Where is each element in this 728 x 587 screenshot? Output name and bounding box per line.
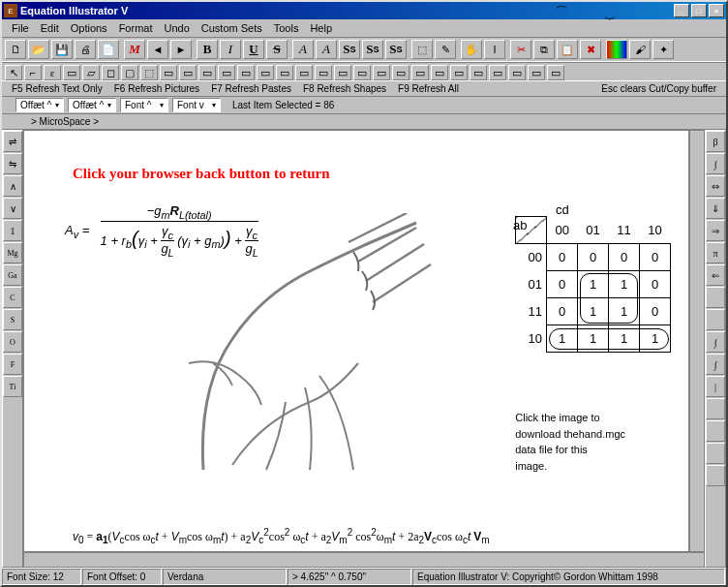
box17-icon[interactable]: ▭ bbox=[373, 65, 390, 80]
pal-ti-icon[interactable]: Ti bbox=[3, 376, 22, 397]
box24-icon[interactable]: ▭ bbox=[508, 65, 526, 80]
paste-icon[interactable]: 📋 bbox=[557, 40, 578, 59]
box8-icon[interactable]: ▭ bbox=[198, 65, 216, 80]
cut-icon[interactable]: ✂ bbox=[510, 40, 531, 59]
close-button[interactable]: × bbox=[709, 4, 724, 17]
horizontal-scrollbar[interactable] bbox=[23, 552, 705, 568]
rpal-blank1-icon[interactable] bbox=[706, 287, 725, 308]
box3-icon[interactable]: ◻ bbox=[102, 65, 119, 80]
box9-icon[interactable]: ▭ bbox=[218, 65, 235, 80]
box7-icon[interactable]: ▭ bbox=[179, 65, 197, 80]
text-cursor-icon[interactable]: I bbox=[484, 40, 505, 59]
rpal-bar-icon[interactable]: | bbox=[706, 376, 725, 397]
rpal-pi-icon[interactable]: π bbox=[706, 242, 725, 263]
box2-icon[interactable]: ▱ bbox=[82, 65, 100, 80]
forward-icon[interactable]: ► bbox=[170, 40, 192, 59]
box22-icon[interactable]: ▭ bbox=[470, 65, 487, 80]
menu-customsets[interactable]: Custom Sets bbox=[196, 21, 268, 35]
box14-icon[interactable]: ▭ bbox=[315, 65, 332, 80]
m-red-icon[interactable]: M bbox=[124, 40, 145, 59]
font-a2-icon[interactable]: A bbox=[316, 40, 337, 59]
rpal-dblarrow-icon[interactable]: ⇔ bbox=[706, 175, 725, 197]
rpal-rightarrow-icon[interactable]: ⇒ bbox=[706, 220, 725, 241]
box20-icon[interactable]: ▭ bbox=[431, 65, 448, 80]
box13-icon[interactable]: ▭ bbox=[295, 65, 313, 80]
minimize-button[interactable]: _ bbox=[674, 4, 689, 17]
pal-mg-icon[interactable]: Mg bbox=[3, 242, 22, 263]
box6-icon[interactable]: ▭ bbox=[160, 65, 177, 80]
canvas[interactable]: Click your browser back button to return… bbox=[23, 130, 689, 552]
double-s-icon[interactable]: SS bbox=[385, 40, 407, 59]
box23-icon[interactable]: ▭ bbox=[489, 65, 506, 80]
box26-icon[interactable]: ▭ bbox=[547, 65, 564, 80]
pal-lharpoon-icon[interactable]: ⇋ bbox=[3, 153, 22, 174]
menu-file[interactable]: File bbox=[6, 21, 35, 35]
delete-icon[interactable]: ✖ bbox=[580, 40, 601, 59]
box18-icon[interactable]: ▭ bbox=[392, 65, 410, 80]
offset-combo-1[interactable]: Offæt ^ bbox=[15, 98, 64, 112]
box21-icon[interactable]: ▭ bbox=[450, 65, 468, 80]
pal-s-icon[interactable]: S bbox=[3, 309, 22, 330]
font-combo-2[interactable]: Font v bbox=[172, 98, 221, 112]
print-icon[interactable]: 🖨 bbox=[75, 40, 96, 59]
l-icon[interactable]: ⌐ bbox=[24, 65, 42, 80]
save-icon[interactable]: 💾 bbox=[51, 40, 73, 59]
preview-icon[interactable]: 📄 bbox=[98, 40, 119, 59]
rpal-blank5-icon[interactable] bbox=[706, 443, 725, 464]
box4-icon[interactable]: ▢ bbox=[121, 65, 138, 80]
pal-ga-icon[interactable]: Ga bbox=[3, 264, 22, 286]
underline-button[interactable]: U bbox=[243, 40, 264, 59]
hand-icon[interactable]: ✋ bbox=[461, 40, 482, 59]
box5-icon[interactable]: ⬚ bbox=[140, 65, 158, 80]
font-combo-1[interactable]: Font ^ bbox=[120, 98, 168, 112]
menu-help[interactable]: Help bbox=[304, 21, 338, 35]
brace-over-icon[interactable]: ⏞ bbox=[557, 4, 566, 21]
rpal-int3-icon[interactable]: ∫ bbox=[706, 354, 725, 375]
pal-o-icon[interactable]: O bbox=[3, 331, 22, 353]
menu-undo[interactable]: Undo bbox=[158, 21, 195, 35]
pal-one-icon[interactable]: 1 bbox=[3, 220, 22, 241]
rpal-blank6-icon[interactable] bbox=[706, 465, 725, 486]
rpal-blank2-icon[interactable] bbox=[706, 309, 725, 330]
pal-c-icon[interactable]: C bbox=[3, 287, 22, 308]
wand-icon[interactable]: ✦ bbox=[652, 40, 674, 59]
maximize-button[interactable]: □ bbox=[691, 4, 707, 17]
vertical-scrollbar[interactable] bbox=[689, 130, 705, 552]
strikethrough-button[interactable]: S bbox=[266, 40, 288, 59]
box10-icon[interactable]: ▭ bbox=[237, 65, 255, 80]
box1-icon[interactable]: ▭ bbox=[63, 65, 80, 80]
box25-icon[interactable]: ▭ bbox=[528, 65, 545, 80]
rpal-integral-icon[interactable]: ∫ bbox=[706, 153, 725, 174]
bold-button[interactable]: B bbox=[197, 40, 218, 59]
arrow-icon[interactable]: ↖ bbox=[5, 65, 22, 80]
rpal-downarrow-icon[interactable]: ⇓ bbox=[706, 198, 725, 219]
super-s-icon[interactable]: SS bbox=[339, 40, 360, 59]
rpal-leftarrow-icon[interactable]: ⇐ bbox=[706, 264, 725, 286]
menu-edit[interactable]: Edit bbox=[35, 21, 65, 35]
box15-icon[interactable]: ▭ bbox=[334, 65, 351, 80]
pal-f-icon[interactable]: F bbox=[3, 354, 22, 375]
rpal-blank4-icon[interactable] bbox=[706, 420, 725, 442]
sub-s-icon[interactable]: SS bbox=[362, 40, 383, 59]
color-bars-icon[interactable] bbox=[606, 40, 627, 59]
font-a1-icon[interactable]: A bbox=[292, 40, 314, 59]
pencil-icon[interactable]: ✎ bbox=[435, 40, 456, 59]
box12-icon[interactable]: ▭ bbox=[276, 65, 293, 80]
box16-icon[interactable]: ▭ bbox=[353, 65, 371, 80]
menu-options[interactable]: Options bbox=[65, 21, 113, 35]
box11-icon[interactable]: ▭ bbox=[257, 65, 274, 80]
brace-under-icon[interactable]: ⏟ bbox=[605, 4, 615, 21]
menu-tools[interactable]: Tools bbox=[268, 21, 305, 35]
box19-icon[interactable]: ▭ bbox=[411, 65, 429, 80]
epsilon-icon[interactable]: ε bbox=[44, 65, 61, 80]
rpal-blank3-icon[interactable] bbox=[706, 398, 725, 419]
rpal-beta-icon[interactable]: β bbox=[706, 131, 725, 152]
pal-or-icon[interactable]: ∨ bbox=[3, 198, 22, 219]
offset-combo-2[interactable]: Offæt ^ bbox=[68, 98, 116, 112]
back-icon[interactable]: ◄ bbox=[147, 40, 168, 59]
copy-icon[interactable]: ⧉ bbox=[533, 40, 555, 59]
pal-and-icon[interactable]: ∧ bbox=[3, 175, 22, 197]
open-icon[interactable]: 📂 bbox=[28, 40, 49, 59]
menu-format[interactable]: Format bbox=[113, 21, 159, 35]
select-icon[interactable]: ⬚ bbox=[411, 40, 433, 59]
